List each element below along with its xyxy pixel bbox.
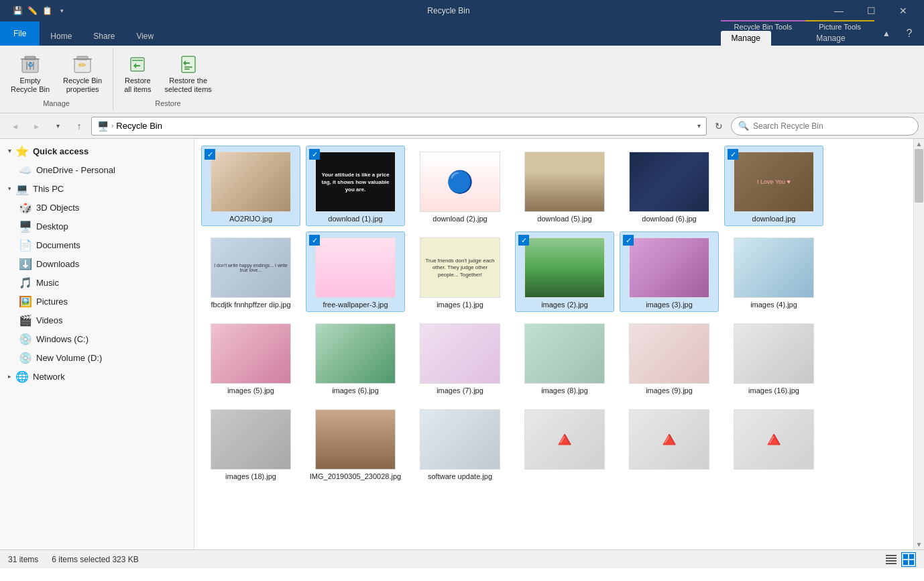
empty-recycle-bin-label: EmptyRecycle Bin [11,76,50,94]
empty-recycle-bin-button[interactable]: ♻ EmptyRecycle Bin [5,51,55,97]
minimize-button[interactable]: — [823,0,854,21]
file-item-download5[interactable]: download (5).jpg [515,146,614,226]
file-item-softwareupdate[interactable]: software update.jpg [410,403,510,484]
collapse-ribbon-button[interactable]: ▲ [877,24,896,43]
qat-icon-save[interactable]: 💾 [11,4,24,17]
ribbon-tabs-row: File Home Share View Recycle Bin Tools M… [0,21,924,46]
picture-tools-tabs: Manage [805,31,874,46]
file-checkbox-download1[interactable]: ✓ [309,149,320,160]
file-item-cone-0[interactable]: 🔺 [515,403,614,484]
file-item-images3[interactable]: ✓images (3).jpg [620,231,719,312]
file-checkbox-images2[interactable]: ✓ [518,235,529,246]
sidebar-item-downloads[interactable]: ⬇️ Downloads [0,254,194,273]
sidebar-item-videos[interactable]: 🎬 Videos [0,311,194,329]
maximize-button[interactable]: ☐ [856,0,886,21]
pictures-label: Pictures [36,297,68,307]
file-item-img20190305[interactable]: IMG_20190305_230028.jpg [306,403,405,484]
file-item-download1[interactable]: ✓Your attitude is like a price tag, it s… [306,146,405,226]
file-thumb-download1: Your attitude is like a price tag, it sh… [315,152,396,212]
forward-button[interactable]: ▸ [27,117,46,136]
restore-all-label: Restoreall items [124,76,151,94]
tab-file[interactable]: File [0,21,40,46]
file-item-cone-1[interactable]: 🔺 [620,403,719,484]
file-item-images7[interactable]: images (7).jpg [410,317,510,398]
file-item-freewallpaper3[interactable]: ✓free-wallpaper-3.jpg [306,231,405,312]
svg-text:♻: ♻ [27,61,34,68]
sidebar-item-music[interactable]: 🎵 Music [0,273,194,292]
tab-home[interactable]: Home [40,27,82,46]
scroll-up-arrow[interactable]: ▲ [915,139,924,149]
sidebar-item-desktop[interactable]: 🖥️ Desktop [0,217,194,235]
file-item-images1[interactable]: True friends don't judge each other. The… [410,231,510,312]
sidebar-item-this-pc[interactable]: ▾ 💻 This PC [0,179,194,198]
new-volume-d-icon: 💿 [19,352,32,364]
file-thumb-ao2rljo [211,152,291,212]
music-icon: 🎵 [19,276,32,289]
qat-dropdown[interactable]: ▾ [55,4,68,17]
scroll-down-arrow[interactable]: ▼ [915,539,924,549]
qat-icon-clipboard[interactable]: 📋 [40,4,54,17]
help-button[interactable]: ? [897,21,921,46]
sidebar-item-pictures[interactable]: 🖼️ Pictures [0,292,194,311]
file-item-images4[interactable]: images (4).jpg [724,231,823,312]
file-checkbox-ao2rljo[interactable]: ✓ [205,149,215,160]
qat-icon-edit[interactable]: ✏️ [25,4,39,17]
tab-view[interactable]: View [125,27,164,46]
svg-rect-16 [886,558,897,559]
file-item-download2[interactable]: 🔵download (2).jpg [410,146,510,226]
file-item-ao2rljo[interactable]: ✓AO2RlJO.jpg [201,146,300,226]
scroll-thumb[interactable] [915,149,923,203]
file-item-download[interactable]: ✓I Love You ♥download.jpg [724,146,823,226]
file-item-images9[interactable]: images (9).jpg [620,317,719,398]
file-name-download6: download (6).jpg [642,215,696,223]
sidebar-item-new-volume-d[interactable]: 💿 New Volume (D:) [0,348,194,367]
vertical-scrollbar[interactable]: ▲ ▼ [913,139,924,549]
file-item-fbcdjt[interactable]: I don't write happy endings... I write t… [201,231,300,312]
tab-recycle-bin-manage[interactable]: Manage [721,31,771,46]
tab-share[interactable]: Share [82,27,125,46]
back-button[interactable]: ◂ [5,117,24,136]
up-button[interactable]: ↑ [70,117,89,136]
close-button[interactable]: ✕ [888,0,919,21]
refresh-button[interactable]: ↻ [709,117,728,136]
file-item-images16[interactable]: images (16).jpg [724,317,823,398]
recycle-bin-properties-button[interactable]: ✏ Recycle Binproperties [58,51,107,97]
tab-picture-manage[interactable]: Manage [805,31,856,46]
address-path-dropdown[interactable]: ▾ [697,122,701,129]
sidebar-item-network[interactable]: ▸ 🌐 Network [0,367,194,386]
file-item-cone-2[interactable]: 🔺 [724,403,823,484]
address-chevron: › [111,122,113,129]
file-item-images5[interactable]: images (5).jpg [201,317,300,398]
restore-all-items-button[interactable]: Restoreall items [119,51,156,97]
windows-c-icon: 💿 [19,333,32,346]
sidebar-item-documents[interactable]: 📄 Documents [0,235,194,254]
address-path-text: Recycle Bin [116,121,162,131]
quick-access-label: Quick access [33,146,89,156]
file-item-images6[interactable]: images (6).jpg [306,317,405,398]
file-item-download6[interactable]: download (6).jpg [620,146,719,226]
sidebar-item-windows-c[interactable]: 💿 Windows (C:) [0,329,194,348]
list-view-button[interactable] [884,552,899,567]
sidebar-item-quick-access[interactable]: ▾ ⭐ Quick access [0,142,194,160]
file-thumb-img20190305 [315,409,396,470]
file-name-freewallpaper3: free-wallpaper-3.jpg [323,301,388,309]
svg-rect-14 [184,68,190,70]
3d-objects-icon: 🎲 [19,201,32,214]
recycle-bin-properties-icon: ✏ [72,54,93,75]
file-item-images8[interactable]: images (8).jpg [515,317,614,398]
file-checkbox-freewallpaper3[interactable]: ✓ [309,235,320,246]
file-checkbox-images3[interactable]: ✓ [623,235,634,246]
address-path[interactable]: 🖥️ › Recycle Bin ▾ [91,117,707,136]
restore-all-icon [127,54,148,75]
grid-view-button[interactable] [901,552,916,567]
sidebar-item-onedrive[interactable]: ☁️ OneDrive - Personal [0,160,194,179]
dropdown-button[interactable]: ▾ [48,117,67,136]
file-item-images18[interactable]: images (18).jpg [201,403,300,484]
sidebar-item-3d-objects[interactable]: 🎲 3D Objects [0,198,194,217]
search-input[interactable] [753,121,911,131]
main-layout: ▾ ⭐ Quick access ☁️ OneDrive - Personal … [0,139,924,549]
file-item-images2[interactable]: ✓images (2).jpg [515,231,614,312]
file-name-images7: images (7).jpg [437,386,483,394]
restore-selected-button[interactable]: Restore theselected items [160,51,217,97]
file-checkbox-download[interactable]: ✓ [728,149,738,160]
